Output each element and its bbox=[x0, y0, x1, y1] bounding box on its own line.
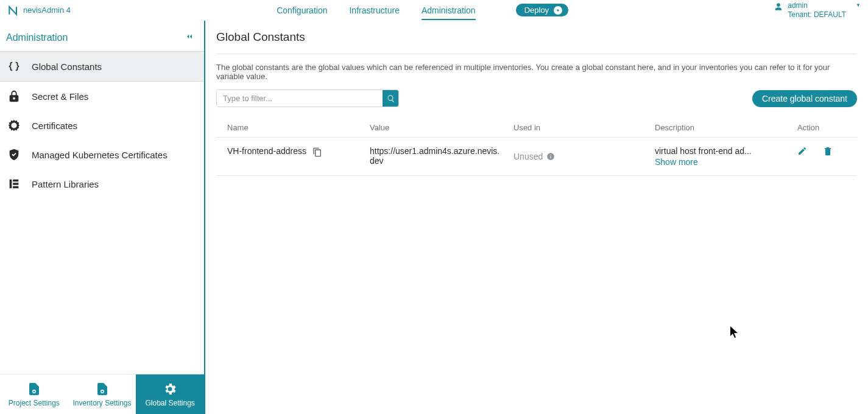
filter-search-button[interactable] bbox=[383, 90, 398, 107]
tab-inventory-settings[interactable]: Inventory Settings bbox=[68, 374, 136, 414]
col-action: Action bbox=[797, 123, 846, 132]
row-name: VH-frontend-address bbox=[227, 146, 306, 156]
collapse-sidebar-icon[interactable] bbox=[185, 32, 194, 44]
caret-down-icon: ▼ bbox=[856, 2, 861, 8]
sidebar-item-label: Pattern Libraries bbox=[32, 179, 99, 189]
col-used: Used in bbox=[513, 123, 655, 132]
brand-product: nevisAdmin 4 bbox=[23, 5, 71, 15]
sidebar-item-pattern-libraries[interactable]: Pattern Libraries bbox=[0, 169, 204, 198]
show-more-link[interactable]: Show more bbox=[655, 157, 797, 167]
info-icon[interactable] bbox=[546, 152, 555, 161]
tab-global-settings[interactable]: Global Settings bbox=[136, 374, 204, 414]
tab-label: Global Settings bbox=[145, 399, 194, 407]
page-description: The global constants are the global valu… bbox=[216, 63, 857, 81]
play-icon bbox=[554, 6, 562, 15]
gear-icon bbox=[163, 382, 177, 396]
sidebar-item-label: Secret & Files bbox=[32, 91, 88, 102]
file-gear-icon bbox=[95, 382, 110, 396]
col-desc: Description bbox=[655, 123, 797, 132]
tab-label: Project Settings bbox=[9, 399, 60, 407]
bottom-tabs: Project Settings Inventory Settings Glob… bbox=[0, 374, 204, 414]
sidebar-item-label: Managed Kubernetes Certificates bbox=[32, 150, 168, 160]
sidebar-item-secret-files[interactable]: Secret & Files bbox=[0, 82, 204, 111]
nav-infrastructure[interactable]: Infrastructure bbox=[349, 1, 399, 20]
main-content: Global Constants The global constants ar… bbox=[205, 21, 868, 414]
sidebar-title: Administration bbox=[6, 32, 68, 43]
lock-icon bbox=[7, 89, 21, 103]
search-icon bbox=[387, 94, 395, 103]
copy-icon[interactable] bbox=[312, 147, 322, 157]
tab-project-settings[interactable]: Project Settings bbox=[0, 374, 68, 414]
brand-logo-icon bbox=[7, 4, 19, 16]
sidebar-item-managed-k8s-certs[interactable]: Managed Kubernetes Certificates bbox=[0, 140, 204, 169]
file-gear-icon bbox=[27, 382, 41, 396]
divider bbox=[216, 54, 857, 54]
sidebar-nav: Global Constants Secret & Files Certific… bbox=[0, 51, 204, 198]
top-nav: Configuration Infrastructure Administrat… bbox=[71, 1, 774, 20]
col-value: Value bbox=[370, 123, 513, 132]
row-value: https://user1.admin4s.azure.nevis.dev bbox=[370, 146, 513, 167]
row-description: virtual host front-end ad... bbox=[655, 146, 752, 156]
nav-configuration[interactable]: Configuration bbox=[277, 1, 327, 20]
sidebar-item-global-constants[interactable]: Global Constants bbox=[0, 51, 204, 82]
seal-icon bbox=[7, 119, 21, 132]
create-global-constant-button[interactable]: Create global constant bbox=[752, 90, 857, 107]
tab-label: Inventory Settings bbox=[72, 399, 131, 407]
filter-box bbox=[216, 89, 399, 107]
col-name: Name bbox=[227, 123, 370, 132]
user-icon bbox=[774, 2, 783, 11]
deploy-label: Deploy bbox=[524, 5, 549, 15]
nav-administration[interactable]: Administration bbox=[422, 1, 476, 20]
library-icon bbox=[7, 177, 21, 191]
filter-input[interactable] bbox=[217, 90, 383, 107]
table-header: Name Value Used in Description Action bbox=[216, 118, 857, 138]
braces-icon bbox=[7, 60, 21, 73]
edit-icon[interactable] bbox=[797, 146, 807, 156]
user-menu[interactable]: admin Tenant: DEFAULT ▼ bbox=[774, 1, 861, 19]
page-title: Global Constants bbox=[216, 30, 857, 54]
shield-check-icon bbox=[7, 148, 21, 161]
delete-icon[interactable] bbox=[823, 146, 833, 156]
user-tenant: Tenant: DEFAULT bbox=[788, 10, 846, 19]
top-bar: nevisAdmin 4 Configuration Infrastructur… bbox=[0, 0, 868, 21]
brand[interactable]: nevisAdmin 4 bbox=[7, 4, 71, 16]
table-row: VH-frontend-address https://user1.admin4… bbox=[216, 138, 857, 176]
user-name: admin bbox=[788, 1, 808, 10]
sidebar-item-label: Global Constants bbox=[32, 61, 102, 72]
filter-row: Create global constant bbox=[216, 89, 857, 107]
sidebar-item-label: Certificates bbox=[32, 121, 77, 131]
sidebar-item-certificates[interactable]: Certificates bbox=[0, 111, 204, 140]
sidebar: Administration Global Constants Secret &… bbox=[0, 21, 205, 414]
deploy-button[interactable]: Deploy bbox=[516, 4, 568, 16]
row-used-in: Unused bbox=[513, 152, 543, 161]
